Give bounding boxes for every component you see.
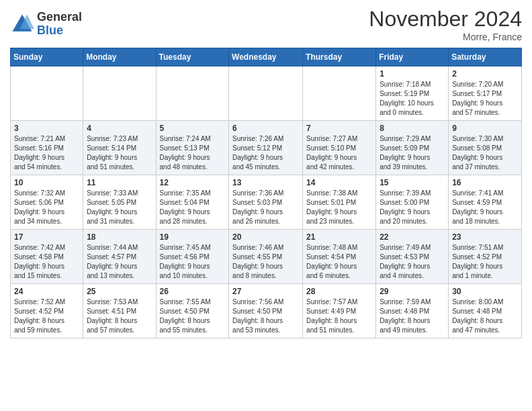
calendar-cell-w1d4 bbox=[303, 66, 376, 121]
day-info: Sunrise: 7:45 AM Sunset: 4:56 PM Dayligh… bbox=[160, 243, 226, 281]
calendar-cell-w5d3: 27Sunrise: 7:56 AM Sunset: 4:50 PM Dayli… bbox=[229, 284, 303, 338]
calendar-cell-w1d1 bbox=[83, 66, 156, 121]
day-number: 28 bbox=[306, 287, 372, 296]
day-info: Sunrise: 7:53 AM Sunset: 4:51 PM Dayligh… bbox=[87, 298, 152, 335]
day-info: Sunrise: 7:42 AM Sunset: 4:58 PM Dayligh… bbox=[14, 243, 79, 281]
day-info: Sunrise: 7:27 AM Sunset: 5:10 PM Dayligh… bbox=[306, 134, 372, 172]
day-number: 26 bbox=[160, 287, 226, 296]
calendar-cell-w4d2: 19Sunrise: 7:45 AM Sunset: 4:56 PM Dayli… bbox=[156, 230, 229, 284]
day-number: 6 bbox=[232, 124, 299, 133]
day-info: Sunrise: 7:57 AM Sunset: 4:49 PM Dayligh… bbox=[306, 298, 372, 335]
day-info: Sunrise: 7:30 AM Sunset: 5:08 PM Dayligh… bbox=[452, 134, 518, 172]
day-number: 9 bbox=[452, 124, 518, 133]
day-info: Sunrise: 7:32 AM Sunset: 5:06 PM Dayligh… bbox=[14, 189, 79, 226]
day-number: 11 bbox=[87, 178, 152, 187]
day-info: Sunrise: 7:39 AM Sunset: 5:00 PM Dayligh… bbox=[380, 189, 445, 226]
day-info: Sunrise: 7:23 AM Sunset: 5:14 PM Dayligh… bbox=[87, 134, 152, 172]
calendar-cell-w1d6: 2Sunrise: 7:20 AM Sunset: 5:17 PM Daylig… bbox=[449, 66, 522, 121]
day-number: 8 bbox=[380, 124, 445, 133]
calendar-cell-w3d2: 12Sunrise: 7:35 AM Sunset: 5:04 PM Dayli… bbox=[156, 175, 229, 230]
day-info: Sunrise: 8:00 AM Sunset: 4:48 PM Dayligh… bbox=[452, 298, 518, 335]
day-number: 21 bbox=[306, 232, 372, 242]
page: General Blue November 2024 Morre, France… bbox=[0, 0, 532, 345]
logo-text: General Blue bbox=[37, 11, 82, 38]
day-number: 27 bbox=[232, 287, 299, 296]
calendar-cell-w4d0: 17Sunrise: 7:42 AM Sunset: 4:58 PM Dayli… bbox=[11, 230, 83, 284]
day-info: Sunrise: 7:33 AM Sunset: 5:05 PM Dayligh… bbox=[87, 189, 152, 226]
day-number: 23 bbox=[452, 232, 518, 242]
logo: General Blue bbox=[10, 11, 82, 38]
day-info: Sunrise: 7:49 AM Sunset: 4:53 PM Dayligh… bbox=[380, 243, 445, 281]
day-number: 4 bbox=[87, 124, 152, 133]
calendar-cell-w5d2: 26Sunrise: 7:55 AM Sunset: 4:50 PM Dayli… bbox=[156, 284, 229, 338]
location: Morre, France bbox=[369, 32, 522, 42]
title-block: November 2024 Morre, France bbox=[369, 7, 522, 42]
day-number: 2 bbox=[452, 69, 518, 79]
calendar-cell-w3d5: 15Sunrise: 7:39 AM Sunset: 5:00 PM Dayli… bbox=[376, 175, 449, 230]
header: General Blue November 2024 Morre, France bbox=[10, 7, 522, 42]
calendar-cell-w4d6: 23Sunrise: 7:51 AM Sunset: 4:52 PM Dayli… bbox=[449, 230, 522, 284]
header-wednesday: Wednesday bbox=[229, 48, 303, 66]
calendar-cell-w3d1: 11Sunrise: 7:33 AM Sunset: 5:05 PM Dayli… bbox=[83, 175, 156, 230]
day-info: Sunrise: 7:56 AM Sunset: 4:50 PM Dayligh… bbox=[232, 298, 299, 335]
logo-blue: Blue bbox=[37, 24, 82, 38]
calendar-cell-w4d5: 22Sunrise: 7:49 AM Sunset: 4:53 PM Dayli… bbox=[376, 230, 449, 284]
day-number: 25 bbox=[87, 287, 152, 296]
calendar-cell-w3d3: 13Sunrise: 7:36 AM Sunset: 5:03 PM Dayli… bbox=[229, 175, 303, 230]
header-row: Sunday Monday Tuesday Wednesday Thursday… bbox=[11, 48, 522, 66]
day-info: Sunrise: 7:18 AM Sunset: 5:19 PM Dayligh… bbox=[380, 80, 445, 118]
header-tuesday: Tuesday bbox=[156, 48, 229, 66]
day-info: Sunrise: 7:35 AM Sunset: 5:04 PM Dayligh… bbox=[160, 189, 226, 226]
calendar-cell-w1d2 bbox=[156, 66, 229, 121]
calendar-cell-w5d1: 25Sunrise: 7:53 AM Sunset: 4:51 PM Dayli… bbox=[83, 284, 156, 338]
day-number: 24 bbox=[14, 287, 79, 296]
day-info: Sunrise: 7:55 AM Sunset: 4:50 PM Dayligh… bbox=[160, 298, 226, 335]
day-info: Sunrise: 7:59 AM Sunset: 4:48 PM Dayligh… bbox=[380, 298, 445, 335]
day-info: Sunrise: 7:46 AM Sunset: 4:55 PM Dayligh… bbox=[232, 243, 299, 281]
day-number: 19 bbox=[160, 232, 226, 242]
day-number: 18 bbox=[87, 232, 152, 242]
day-number: 30 bbox=[452, 287, 518, 296]
week-row-2: 3Sunrise: 7:21 AM Sunset: 5:16 PM Daylig… bbox=[11, 121, 522, 175]
day-number: 17 bbox=[14, 232, 79, 242]
day-number: 29 bbox=[380, 287, 445, 296]
calendar-cell-w2d5: 8Sunrise: 7:29 AM Sunset: 5:09 PM Daylig… bbox=[376, 121, 449, 175]
logo-icon bbox=[10, 12, 34, 36]
calendar-cell-w2d2: 5Sunrise: 7:24 AM Sunset: 5:13 PM Daylig… bbox=[156, 121, 229, 175]
day-info: Sunrise: 7:26 AM Sunset: 5:12 PM Dayligh… bbox=[232, 134, 299, 172]
calendar-header: Sunday Monday Tuesday Wednesday Thursday… bbox=[11, 48, 522, 66]
day-info: Sunrise: 7:21 AM Sunset: 5:16 PM Dayligh… bbox=[14, 134, 79, 172]
header-thursday: Thursday bbox=[303, 48, 376, 66]
day-info: Sunrise: 7:48 AM Sunset: 4:54 PM Dayligh… bbox=[306, 243, 372, 281]
week-row-3: 10Sunrise: 7:32 AM Sunset: 5:06 PM Dayli… bbox=[11, 175, 522, 230]
calendar-cell-w4d3: 20Sunrise: 7:46 AM Sunset: 4:55 PM Dayli… bbox=[229, 230, 303, 284]
day-info: Sunrise: 7:36 AM Sunset: 5:03 PM Dayligh… bbox=[232, 189, 299, 226]
calendar-cell-w5d6: 30Sunrise: 8:00 AM Sunset: 4:48 PM Dayli… bbox=[449, 284, 522, 338]
day-info: Sunrise: 7:24 AM Sunset: 5:13 PM Dayligh… bbox=[160, 134, 226, 172]
calendar-cell-w4d4: 21Sunrise: 7:48 AM Sunset: 4:54 PM Dayli… bbox=[303, 230, 376, 284]
calendar-cell-w1d5: 1Sunrise: 7:18 AM Sunset: 5:19 PM Daylig… bbox=[376, 66, 449, 121]
calendar-body: 1Sunrise: 7:18 AM Sunset: 5:19 PM Daylig… bbox=[11, 66, 522, 338]
day-info: Sunrise: 7:38 AM Sunset: 5:01 PM Dayligh… bbox=[306, 189, 372, 226]
day-number: 12 bbox=[160, 178, 226, 187]
day-number: 7 bbox=[306, 124, 372, 133]
day-number: 3 bbox=[14, 124, 79, 133]
day-number: 13 bbox=[232, 178, 299, 187]
day-number: 15 bbox=[380, 178, 445, 187]
day-number: 5 bbox=[160, 124, 226, 133]
calendar-cell-w1d0 bbox=[11, 66, 83, 121]
day-info: Sunrise: 7:41 AM Sunset: 4:59 PM Dayligh… bbox=[452, 189, 518, 226]
day-info: Sunrise: 7:29 AM Sunset: 5:09 PM Dayligh… bbox=[380, 134, 445, 172]
calendar-cell-w3d6: 16Sunrise: 7:41 AM Sunset: 4:59 PM Dayli… bbox=[449, 175, 522, 230]
week-row-1: 1Sunrise: 7:18 AM Sunset: 5:19 PM Daylig… bbox=[11, 66, 522, 121]
calendar-cell-w2d6: 9Sunrise: 7:30 AM Sunset: 5:08 PM Daylig… bbox=[449, 121, 522, 175]
header-saturday: Saturday bbox=[449, 48, 522, 66]
week-row-5: 24Sunrise: 7:52 AM Sunset: 4:52 PM Dayli… bbox=[11, 284, 522, 338]
day-number: 1 bbox=[380, 69, 445, 79]
header-friday: Friday bbox=[376, 48, 449, 66]
calendar-cell-w5d5: 29Sunrise: 7:59 AM Sunset: 4:48 PM Dayli… bbox=[376, 284, 449, 338]
calendar-cell-w1d3 bbox=[229, 66, 303, 121]
calendar-cell-w2d1: 4Sunrise: 7:23 AM Sunset: 5:14 PM Daylig… bbox=[83, 121, 156, 175]
day-info: Sunrise: 7:52 AM Sunset: 4:52 PM Dayligh… bbox=[14, 298, 79, 335]
day-info: Sunrise: 7:44 AM Sunset: 4:57 PM Dayligh… bbox=[87, 243, 152, 281]
